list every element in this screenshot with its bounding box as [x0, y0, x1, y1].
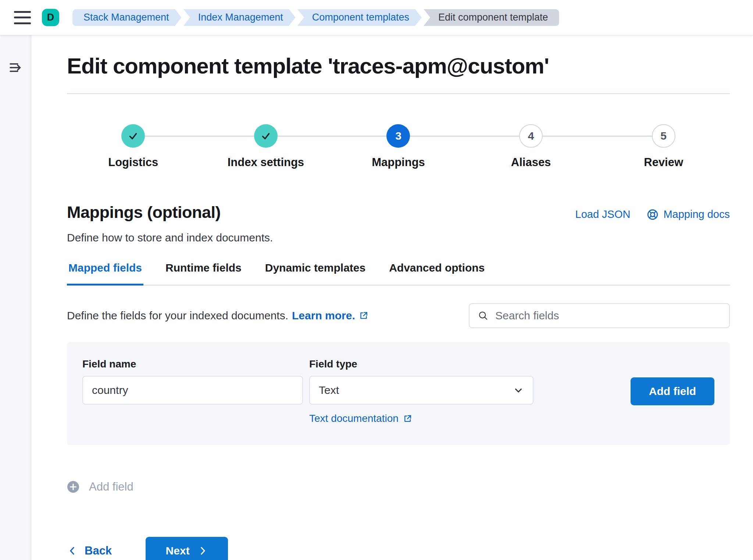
step-complete-check-icon[interactable]: [254, 124, 278, 148]
back-button[interactable]: Back: [67, 544, 112, 557]
next-label: Next: [166, 545, 190, 557]
field-name-label: Field name: [82, 358, 303, 370]
step-logistics[interactable]: Logistics: [67, 124, 200, 169]
top-header: D Stack Management Index Management Comp…: [0, 0, 753, 35]
magnifier-icon: [478, 310, 489, 321]
field-type-label: Field type: [309, 358, 533, 370]
step-label: Mappings: [372, 156, 425, 169]
search-fields-box[interactable]: [469, 303, 730, 328]
mappings-tabs: Mapped fields Runtime fields Dynamic tem…: [67, 259, 730, 286]
breadcrumb-current-page: Edit component template: [424, 9, 559, 26]
breadcrumb-component-templates[interactable]: Component templates: [297, 9, 422, 26]
main-panel: Edit component template 'traces-apm@cust…: [31, 35, 753, 560]
step-mappings-current[interactable]: 3 Mappings: [332, 124, 465, 169]
text-documentation-link[interactable]: Text documentation: [309, 413, 533, 424]
fields-intro-text: Define the fields for your indexed docum…: [67, 309, 469, 322]
tab-runtime-fields[interactable]: Runtime fields: [164, 259, 243, 286]
tab-dynamic-templates[interactable]: Dynamic templates: [264, 259, 367, 286]
step-index-settings[interactable]: Index settings: [200, 124, 332, 169]
collapsed-nav-sidebar: [0, 35, 31, 560]
step-label: Logistics: [108, 156, 158, 169]
field-type-select[interactable]: Text: [309, 376, 533, 405]
step-label: Index settings: [228, 156, 304, 169]
step-label: Aliases: [511, 156, 551, 169]
add-field-row-label: Add field: [89, 480, 133, 493]
lifebuoy-icon: [646, 208, 659, 221]
field-type-value: Text: [319, 384, 513, 396]
section-heading: Mappings (optional): [67, 203, 575, 222]
chevron-left-icon: [67, 545, 78, 556]
title-divider: [67, 93, 730, 94]
expand-sidebar-icon[interactable]: [9, 61, 23, 75]
external-link-icon: [359, 311, 368, 320]
back-label: Back: [85, 544, 112, 557]
tab-mapped-fields[interactable]: Mapped fields: [67, 259, 143, 286]
add-field-button[interactable]: Add field: [631, 377, 714, 405]
field-name-input[interactable]: [82, 376, 303, 405]
load-json-link[interactable]: Load JSON: [575, 208, 631, 220]
breadcrumb: Stack Management Index Management Compon…: [72, 9, 561, 26]
breadcrumb-index-management[interactable]: Index Management: [183, 9, 296, 26]
chevron-down-icon: [513, 385, 524, 396]
tab-advanced-options[interactable]: Advanced options: [388, 259, 486, 286]
page-title: Edit component template 'traces-apm@cust…: [67, 53, 730, 79]
step-review[interactable]: 5 Review: [597, 124, 730, 169]
step-number[interactable]: 5: [652, 124, 675, 148]
next-button[interactable]: Next: [146, 537, 228, 560]
breadcrumb-stack-management[interactable]: Stack Management: [72, 9, 182, 26]
text-documentation-label: Text documentation: [309, 413, 399, 424]
plus-circle-icon: [67, 481, 79, 493]
learn-more-link[interactable]: Learn more.: [292, 309, 355, 322]
avatar[interactable]: D: [42, 9, 59, 26]
external-link-icon: [403, 414, 412, 423]
add-field-panel: Field name Field type Text Text document…: [67, 342, 730, 445]
section-subtitle: Define how to store and index documents.: [67, 231, 730, 244]
step-complete-check-icon[interactable]: [121, 124, 145, 148]
add-field-row[interactable]: Add field: [67, 480, 133, 493]
chevron-right-icon: [197, 545, 208, 556]
wizard-stepper: Logistics Index settings 3 Mappings 4 Al…: [67, 124, 730, 169]
step-number[interactable]: 4: [519, 124, 543, 148]
mapping-docs-label: Mapping docs: [663, 208, 730, 220]
step-aliases[interactable]: 4 Aliases: [465, 124, 597, 169]
step-number[interactable]: 3: [386, 124, 410, 148]
mapping-docs-link[interactable]: Mapping docs: [646, 208, 730, 221]
hamburger-menu-icon[interactable]: [14, 11, 31, 24]
search-fields-input[interactable]: [495, 309, 721, 322]
step-label: Review: [644, 156, 683, 169]
